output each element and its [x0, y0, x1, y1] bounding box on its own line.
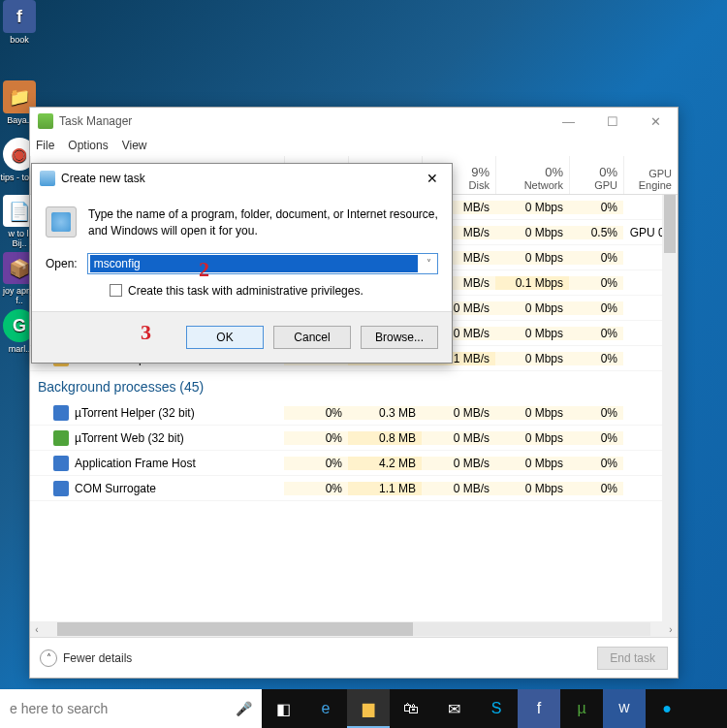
open-label: Open: — [46, 257, 78, 270]
menu-options[interactable]: Options — [68, 139, 108, 152]
fewer-details-toggle[interactable]: ˄ Fewer details — [40, 649, 132, 667]
app-icon[interactable]: ● — [646, 689, 688, 728]
table-row[interactable]: COM Surrogate0%1.1 MB0 MB/s0 Mbps0% — [30, 476, 678, 501]
menu-file[interactable]: File — [36, 139, 54, 152]
minimize-button[interactable]: — — [547, 108, 590, 135]
table-row[interactable]: µTorrent Helper (32 bit)0%0.3 MB0 MB/s0 … — [30, 400, 678, 426]
task-manager-icon — [38, 113, 53, 129]
file-explorer-icon[interactable]: ▆ — [347, 689, 390, 728]
open-combobox[interactable]: ˅ — [87, 253, 438, 274]
table-row[interactable]: µTorrent Web (32 bit)0%0.8 MB0 MB/s0 Mbp… — [30, 426, 678, 451]
menubar: File Options View — [30, 135, 678, 156]
horizontal-scrollbar[interactable]: ‹› — [30, 621, 678, 637]
facebook-icon[interactable]: f — [518, 689, 560, 728]
open-input[interactable] — [90, 255, 418, 272]
microphone-icon[interactable]: 🎤 — [236, 701, 252, 716]
end-task-button[interactable]: End task — [597, 647, 668, 670]
dialog-close-button[interactable]: ✕ — [421, 169, 444, 188]
create-new-task-dialog: Create new task ✕ Type the name of a pro… — [31, 163, 453, 364]
skype-icon[interactable]: S — [475, 689, 518, 728]
store-icon[interactable]: 🛍 — [390, 689, 432, 728]
admin-checkbox[interactable] — [110, 284, 122, 297]
taskbar: e here to search 🎤 ◧ e ▆ 🛍 ✉ S f µ W ● — [0, 689, 727, 728]
background-section-header: Background processes (45) — [30, 371, 678, 400]
window-title: Task Manager — [59, 114, 132, 128]
edge-icon[interactable]: e — [304, 689, 347, 728]
program-icon — [46, 206, 77, 237]
ok-button[interactable]: OK — [186, 326, 264, 349]
mail-icon[interactable]: ✉ — [432, 689, 475, 728]
utorrent-icon[interactable]: µ — [560, 689, 603, 728]
table-row[interactable]: Application Frame Host0%4.2 MB0 MB/s0 Mb… — [30, 451, 678, 476]
run-icon — [40, 171, 55, 186]
vertical-scrollbar[interactable] — [662, 195, 678, 621]
desktop-icon[interactable]: fbook — [0, 0, 39, 53]
chevron-up-icon: ˄ — [40, 649, 57, 667]
col-network[interactable]: 0%Network — [495, 156, 569, 194]
close-button[interactable]: ✕ — [634, 108, 678, 135]
cancel-button[interactable]: Cancel — [273, 326, 351, 349]
col-gpu[interactable]: 0%GPU — [569, 156, 623, 194]
task-view-icon[interactable]: ◧ — [262, 689, 304, 728]
chevron-down-icon[interactable]: ˅ — [420, 258, 437, 269]
taskbar-search[interactable]: e here to search 🎤 — [0, 689, 262, 728]
col-gpu-engine[interactable]: GPU Engine — [623, 156, 678, 194]
dialog-title: Create new task — [61, 172, 145, 185]
titlebar[interactable]: Task Manager — ☐ ✕ — [30, 108, 678, 135]
dialog-titlebar[interactable]: Create new task ✕ — [32, 164, 452, 193]
maximize-button[interactable]: ☐ — [590, 108, 634, 135]
admin-label: Create this task with administrative pri… — [128, 284, 364, 298]
menu-view[interactable]: View — [122, 139, 147, 152]
word-icon[interactable]: W — [603, 689, 646, 728]
dialog-description: Type the name of a program, folder, docu… — [88, 206, 438, 239]
browse-button[interactable]: Browse... — [361, 326, 438, 349]
